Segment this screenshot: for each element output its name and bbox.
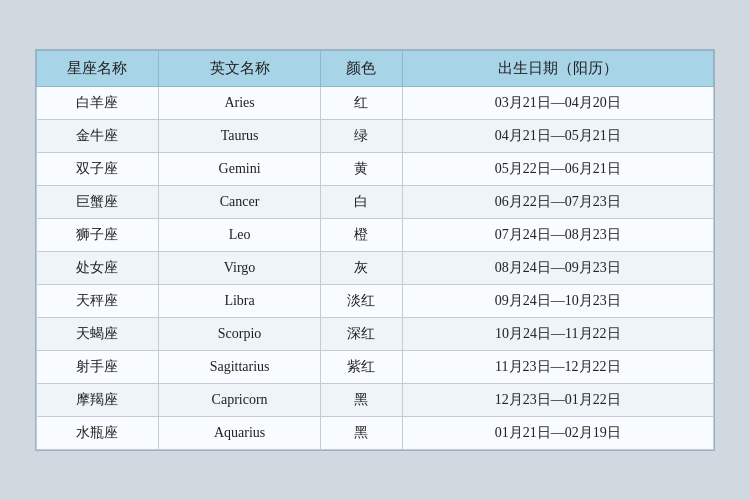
header-english-name: 英文名称 xyxy=(158,51,320,87)
cell-r2-c0: 双子座 xyxy=(37,153,159,186)
table-row: 天秤座Libra淡红09月24日—10月23日 xyxy=(37,285,714,318)
table-row: 摩羯座Capricorn黑12月23日—01月22日 xyxy=(37,384,714,417)
cell-r10-c0: 水瓶座 xyxy=(37,417,159,450)
cell-r2-c2: 黄 xyxy=(321,153,402,186)
cell-r3-c0: 巨蟹座 xyxy=(37,186,159,219)
cell-r1-c2: 绿 xyxy=(321,120,402,153)
cell-r6-c0: 天秤座 xyxy=(37,285,159,318)
table-row: 狮子座Leo橙07月24日—08月23日 xyxy=(37,219,714,252)
cell-r6-c3: 09月24日—10月23日 xyxy=(402,285,713,318)
table-row: 白羊座Aries红03月21日—04月20日 xyxy=(37,87,714,120)
table-row: 射手座Sagittarius紫红11月23日—12月22日 xyxy=(37,351,714,384)
cell-r0-c3: 03月21日—04月20日 xyxy=(402,87,713,120)
cell-r6-c1: Libra xyxy=(158,285,320,318)
cell-r1-c0: 金牛座 xyxy=(37,120,159,153)
cell-r7-c3: 10月24日—11月22日 xyxy=(402,318,713,351)
cell-r10-c2: 黑 xyxy=(321,417,402,450)
cell-r3-c3: 06月22日—07月23日 xyxy=(402,186,713,219)
cell-r6-c2: 淡红 xyxy=(321,285,402,318)
table-row: 金牛座Taurus绿04月21日—05月21日 xyxy=(37,120,714,153)
table-row: 处女座Virgo灰08月24日—09月23日 xyxy=(37,252,714,285)
cell-r1-c1: Taurus xyxy=(158,120,320,153)
cell-r9-c2: 黑 xyxy=(321,384,402,417)
cell-r4-c1: Leo xyxy=(158,219,320,252)
table-row: 水瓶座Aquarius黑01月21日—02月19日 xyxy=(37,417,714,450)
cell-r0-c2: 红 xyxy=(321,87,402,120)
cell-r5-c0: 处女座 xyxy=(37,252,159,285)
cell-r8-c1: Sagittarius xyxy=(158,351,320,384)
cell-r5-c3: 08月24日—09月23日 xyxy=(402,252,713,285)
cell-r8-c3: 11月23日—12月22日 xyxy=(402,351,713,384)
header-color: 颜色 xyxy=(321,51,402,87)
cell-r7-c2: 深红 xyxy=(321,318,402,351)
cell-r8-c0: 射手座 xyxy=(37,351,159,384)
cell-r5-c2: 灰 xyxy=(321,252,402,285)
cell-r4-c0: 狮子座 xyxy=(37,219,159,252)
table-row: 天蝎座Scorpio深红10月24日—11月22日 xyxy=(37,318,714,351)
table-row: 双子座Gemini黄05月22日—06月21日 xyxy=(37,153,714,186)
cell-r9-c3: 12月23日—01月22日 xyxy=(402,384,713,417)
cell-r9-c1: Capricorn xyxy=(158,384,320,417)
cell-r9-c0: 摩羯座 xyxy=(37,384,159,417)
cell-r2-c3: 05月22日—06月21日 xyxy=(402,153,713,186)
header-chinese-name: 星座名称 xyxy=(37,51,159,87)
cell-r1-c3: 04月21日—05月21日 xyxy=(402,120,713,153)
cell-r3-c2: 白 xyxy=(321,186,402,219)
cell-r7-c0: 天蝎座 xyxy=(37,318,159,351)
cell-r4-c2: 橙 xyxy=(321,219,402,252)
cell-r10-c1: Aquarius xyxy=(158,417,320,450)
table-body: 白羊座Aries红03月21日—04月20日金牛座Taurus绿04月21日—0… xyxy=(37,87,714,450)
cell-r0-c1: Aries xyxy=(158,87,320,120)
cell-r10-c3: 01月21日—02月19日 xyxy=(402,417,713,450)
table-header-row: 星座名称 英文名称 颜色 出生日期（阳历） xyxy=(37,51,714,87)
header-birth-date: 出生日期（阳历） xyxy=(402,51,713,87)
cell-r5-c1: Virgo xyxy=(158,252,320,285)
table-row: 巨蟹座Cancer白06月22日—07月23日 xyxy=(37,186,714,219)
zodiac-table-container: 星座名称 英文名称 颜色 出生日期（阳历） 白羊座Aries红03月21日—04… xyxy=(35,49,715,451)
cell-r3-c1: Cancer xyxy=(158,186,320,219)
cell-r8-c2: 紫红 xyxy=(321,351,402,384)
cell-r7-c1: Scorpio xyxy=(158,318,320,351)
cell-r2-c1: Gemini xyxy=(158,153,320,186)
zodiac-table: 星座名称 英文名称 颜色 出生日期（阳历） 白羊座Aries红03月21日—04… xyxy=(36,50,714,450)
cell-r0-c0: 白羊座 xyxy=(37,87,159,120)
cell-r4-c3: 07月24日—08月23日 xyxy=(402,219,713,252)
